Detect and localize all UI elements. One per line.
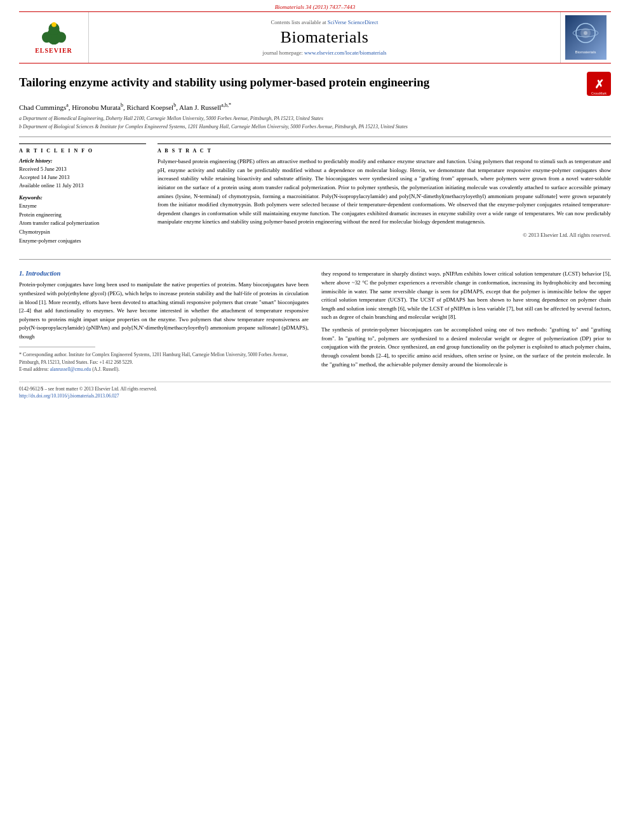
- article-info-label: A R T I C L E I N F O: [19, 148, 146, 154]
- section-title: Introduction: [26, 270, 61, 277]
- body-right-col: they respond to temperature in sharply d…: [321, 270, 611, 373]
- abstract-column: A B S T R A C T Polymer-based protein en…: [158, 143, 611, 250]
- sciverse-link[interactable]: SciVerse ScienceDirect: [328, 19, 379, 25]
- history-label: Article history:: [19, 157, 146, 164]
- body-left-col: 1. Introduction Protein-polymer conjugat…: [19, 270, 309, 373]
- author-sup-b1: b: [121, 102, 123, 108]
- available-date: Available online 11 July 2013: [19, 182, 146, 190]
- keyword-5: Enzyme-polymer conjugates: [19, 237, 146, 246]
- keywords-section: Keywords: Enzyme Protein engineering Ato…: [19, 194, 146, 245]
- svg-text:Biomaterials: Biomaterials: [575, 50, 596, 54]
- footnote-corresponding: * Corresponding author. Institute for Co…: [19, 351, 309, 366]
- info-abstract-section: A R T I C L E I N F O Article history: R…: [19, 143, 611, 250]
- crossmark-icon: ✗ CrossMark: [587, 72, 611, 96]
- svg-point-5: [51, 22, 57, 27]
- keywords-label: Keywords:: [19, 194, 146, 201]
- body-two-col: 1. Introduction Protein-polymer conjugat…: [19, 270, 611, 373]
- keyword-3: Atom transfer radical polymerization: [19, 219, 146, 228]
- journal-banner: ELSEVIER Contents lists available at Sci…: [19, 11, 611, 63]
- contents-text: Contents lists available at: [271, 19, 326, 25]
- page: Biomaterials 34 (2013) 7437–7443 ELSEVIE…: [0, 0, 630, 840]
- email-label: E-mail address:: [19, 366, 50, 372]
- article-info-column: A R T I C L E I N F O Article history: R…: [19, 143, 146, 250]
- biomaterials-thumbnail: Biomaterials: [565, 15, 607, 60]
- email-link[interactable]: alanrussell@cmu.edu: [50, 366, 91, 372]
- svg-point-3: [56, 32, 65, 43]
- journal-center-info: Contents lists available at SciVerse Sci…: [89, 12, 560, 63]
- section-number: 1.: [19, 270, 24, 277]
- intro-paragraph-1: Protein-polymer conjugates have long bee…: [19, 281, 309, 341]
- footnote-email: E-mail address: alanrussell@cmu.edu (A.J…: [19, 366, 309, 373]
- divider-after-abstract: [19, 259, 611, 260]
- thumbnail-graphic: Biomaterials: [565, 15, 607, 60]
- corresponding-label: * Corresponding: [19, 352, 53, 357]
- contents-line: Contents lists available at SciVerse Sci…: [271, 19, 379, 25]
- abstract-text: Polymer-based protein engineering (PBPE)…: [158, 157, 611, 227]
- crossmark-area: ✗ CrossMark: [587, 72, 611, 97]
- author-sup-a: a: [66, 102, 69, 108]
- journal-thumbnail-area: Biomaterials: [560, 12, 611, 63]
- journal-ref-text: Biomaterials 34 (2013) 7437–7443: [275, 4, 356, 10]
- article-info-box: A R T I C L E I N F O Article history: R…: [19, 143, 146, 245]
- footnote-divider: [19, 347, 95, 347]
- email-suffix: (A.J. Russell).: [92, 366, 119, 372]
- journal-homepage: journal homepage: www.elsevier.com/locat…: [262, 50, 386, 56]
- journal-title: Biomaterials: [281, 28, 369, 47]
- intro-right-p1-text: they respond to temperature in sharply d…: [321, 270, 611, 320]
- svg-text:✗: ✗: [594, 78, 604, 91]
- svg-text:CrossMark: CrossMark: [591, 91, 607, 95]
- doi-line: http://dx.doi.org/10.1016/j.biomaterials…: [19, 393, 611, 399]
- affiliation-b: b Department of Biological Sciences & In…: [19, 123, 611, 130]
- article-history: Article history: Received 5 June 2013 Ac…: [19, 157, 146, 189]
- affiliation-a: a Department of Biomedical Engineering, …: [19, 115, 611, 122]
- footnote-rest: author. Institute for Complex Engineered…: [19, 352, 288, 365]
- sciverse-text: SciVerse ScienceDirect: [328, 19, 379, 25]
- doi-link[interactable]: http://dx.doi.org/10.1016/j.biomaterials…: [19, 393, 119, 399]
- divider-after-affiliations: [19, 137, 611, 137]
- svg-point-9: [584, 31, 587, 35]
- svg-point-2: [42, 32, 51, 43]
- abstract-label: A B S T R A C T: [158, 148, 611, 154]
- homepage-link[interactable]: www.elsevier.com/locate/biomaterials: [304, 50, 387, 56]
- copyright-notice: © 2013 Elsevier Ltd. All rights reserved…: [158, 232, 611, 238]
- elsevier-tree-icon: [35, 22, 73, 46]
- intro-paragraph-right-1: they respond to temperature in sharply d…: [321, 270, 611, 322]
- article-title: Tailoring enzyme activity and stability …: [19, 75, 580, 91]
- accepted-date: Accepted 14 June 2013: [19, 173, 146, 182]
- abstract-box: A B S T R A C T Polymer-based protein en…: [158, 143, 611, 238]
- author-sup-ab: a,b,*: [221, 102, 231, 108]
- journal-reference: Biomaterials 34 (2013) 7437–7443: [0, 0, 630, 11]
- homepage-label: journal homepage:: [262, 50, 303, 56]
- intro-right-p2-text: The synthesis of protein-polymer bioconj…: [321, 326, 611, 368]
- intro-p1-text: Protein-polymer conjugates have long bee…: [19, 281, 309, 340]
- intro-paragraph-right-2: The synthesis of protein-polymer bioconj…: [321, 326, 611, 369]
- keyword-4: Chymotrypsin: [19, 228, 146, 237]
- elsevier-logo-area: ELSEVIER: [19, 12, 89, 63]
- keyword-1: Enzyme: [19, 202, 146, 211]
- article-content: Tailoring enzyme activity and stability …: [0, 63, 630, 406]
- page-footer: 0142-9612/$ – see front matter © 2013 El…: [19, 382, 611, 399]
- received-date: Received 5 June 2013: [19, 165, 146, 173]
- elsevier-logo: ELSEVIER: [35, 22, 73, 54]
- issn-line: 0142-9612/$ – see front matter © 2013 El…: [19, 386, 611, 392]
- keyword-2: Protein engineering: [19, 211, 146, 220]
- author-sup-b2: b: [173, 102, 176, 108]
- intro-heading: 1. Introduction: [19, 270, 309, 277]
- authors-line: Chad Cummingsa, Hironobu Muratab, Richar…: [19, 102, 611, 111]
- elsevier-wordmark: ELSEVIER: [35, 47, 72, 54]
- body-section: 1. Introduction Protein-polymer conjugat…: [19, 270, 611, 373]
